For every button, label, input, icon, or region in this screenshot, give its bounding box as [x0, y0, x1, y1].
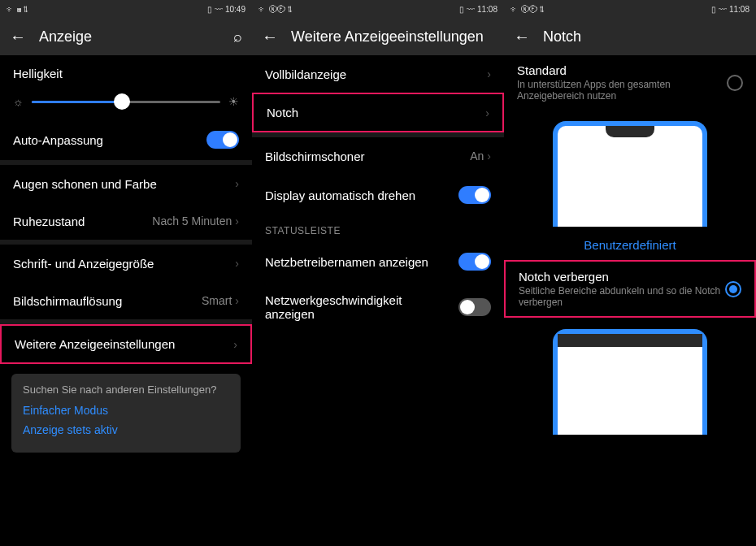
phone-mockup-hidden-notch: [553, 329, 707, 435]
more-display-settings-row[interactable]: Weitere Anzeigeeinstellungen ›: [0, 324, 252, 364]
hide-notch-option-row[interactable]: Notch verbergen Seitliche Bereiche abdun…: [504, 260, 756, 318]
font-size-label: Schrift- und Anzeigegröße: [13, 257, 154, 271]
back-icon[interactable]: ←: [514, 28, 530, 46]
standard-radio[interactable]: [727, 75, 743, 91]
page-title: Weitere Anzeigeeinstellungen: [291, 28, 494, 46]
back-icon[interactable]: ←: [10, 28, 26, 46]
page-title: Notch: [543, 28, 746, 46]
sleep-row[interactable]: Ruhezustand Nach 5 Minuten›: [0, 202, 252, 240]
resolution-value: Smart: [202, 294, 232, 307]
phone-screen-3: ᯤ ⓃⒻ ⇅ ▯ 〰 11:08 ← Notch Standard In unt…: [504, 0, 756, 546]
sleep-value: Nach 5 Minuten: [152, 214, 232, 228]
suggestion-question: Suchen Sie nach anderen Einstellungen?: [23, 384, 229, 396]
sun-high-icon: ☀: [228, 95, 239, 108]
auto-rotate-row: Display automatisch drehen: [252, 175, 504, 215]
chevron-right-icon: ›: [235, 214, 239, 228]
header: ← Notch: [504, 18, 756, 55]
status-bar: ᯤ ⓃⒻ ⇅ ▯ 〰 11:08: [504, 0, 756, 18]
chevron-right-icon: ›: [487, 150, 491, 162]
standard-subtitle: In unterstützen Apps den gesamten Anzeig…: [517, 79, 727, 102]
chevron-right-icon: ›: [235, 257, 239, 270]
status-left-icons: ᯤ ▦ ⇅: [7, 5, 28, 14]
brightness-slider[interactable]: [32, 101, 220, 103]
carrier-name-toggle[interactable]: [458, 253, 491, 271]
resolution-label: Bildschirmauflösung: [13, 294, 122, 308]
status-right: ▯ 〰 10:49: [207, 5, 245, 14]
screensaver-value: An: [470, 150, 484, 162]
eye-comfort-row[interactable]: Augen schonen und Farbe ›: [0, 165, 252, 202]
brightness-label: Helligkeit: [0, 55, 252, 87]
search-icon[interactable]: ⌕: [233, 28, 242, 46]
screensaver-row[interactable]: Bildschirmschoner An›: [252, 137, 504, 175]
slider-thumb[interactable]: [114, 93, 130, 110]
phone-screen-1: ᯤ ▦ ⇅ ▯ 〰 10:49 ← Anzeige ⌕ Helligkeit ☼…: [0, 0, 252, 546]
standard-option-row[interactable]: Standard In unterstützen Apps den gesamt…: [504, 55, 756, 110]
sleep-label: Ruhezustand: [13, 214, 85, 228]
eye-comfort-label: Augen schonen und Farbe: [13, 177, 157, 191]
custom-label: Benutzerdefiniert: [504, 238, 756, 252]
chevron-right-icon: ›: [487, 67, 491, 80]
fullscreen-row[interactable]: Vollbildanzeige ›: [252, 55, 504, 93]
auto-adjust-toggle[interactable]: [206, 131, 239, 149]
font-size-row[interactable]: Schrift- und Anzeigegröße ›: [0, 245, 252, 282]
chevron-right-icon: ›: [235, 177, 239, 190]
chevron-right-icon: ›: [485, 106, 489, 119]
sun-low-icon: ☼: [13, 95, 24, 108]
simple-mode-link[interactable]: Einfacher Modus: [23, 404, 229, 417]
auto-adjust-label: Auto-Anpassung: [13, 133, 103, 147]
status-bar: ᯤ ▦ ⇅ ▯ 〰 10:49: [0, 0, 252, 18]
header: ← Anzeige ⌕: [0, 18, 252, 55]
page-title: Anzeige: [39, 28, 220, 46]
chevron-right-icon: ›: [235, 294, 239, 307]
statusbar-section-header: STATUSLEISTE: [252, 215, 504, 241]
resolution-row[interactable]: Bildschirmauflösung Smart›: [0, 282, 252, 319]
status-left-icons: ᯤ ⓃⒻ ⇅: [259, 5, 292, 14]
phone-mockup-notch: [553, 121, 707, 227]
network-speed-label: Netzwerkgeschwindigkeit anzeigen: [265, 293, 428, 321]
screensaver-label: Bildschirmschoner: [265, 150, 365, 163]
brightness-slider-row: ☼ ☀: [0, 87, 252, 119]
status-bar: ᯤ ⓃⒻ ⇅ ▯ 〰 11:08: [252, 0, 504, 18]
standard-title: Standard: [517, 63, 727, 77]
status-right: ▯ 〰 11:08: [459, 5, 497, 14]
back-icon[interactable]: ←: [262, 28, 278, 46]
hide-notch-subtitle: Seitliche Bereiche abdunkeln und so die …: [519, 285, 725, 308]
suggestion-box: Suchen Sie nach anderen Einstellungen? E…: [11, 374, 241, 453]
network-speed-row: Netzwerkgeschwindigkeit anzeigen: [252, 282, 504, 332]
status-right: ▯ 〰 11:08: [711, 5, 749, 14]
hide-notch-title: Notch verbergen: [519, 270, 725, 284]
more-display-label: Weitere Anzeigeeinstellungen: [15, 337, 175, 351]
network-speed-toggle[interactable]: [458, 298, 491, 316]
auto-adjust-row: Auto-Anpassung: [0, 119, 252, 160]
notch-label: Notch: [267, 106, 298, 119]
carrier-name-label: Netzbetreibernamen anzeigen: [265, 255, 428, 269]
carrier-name-row: Netzbetreibernamen anzeigen: [252, 241, 504, 282]
hide-notch-radio[interactable]: [725, 281, 741, 297]
fullscreen-label: Vollbildanzeige: [265, 67, 346, 81]
chevron-right-icon: ›: [233, 338, 237, 351]
header: ← Weitere Anzeigeeinstellungen: [252, 18, 504, 55]
status-left-icons: ᯤ ⓃⒻ ⇅: [511, 5, 544, 14]
notch-row[interactable]: Notch ›: [252, 93, 504, 132]
always-on-link[interactable]: Anzeige stets aktiv: [23, 423, 229, 436]
phone-screen-2: ᯤ ⓃⒻ ⇅ ▯ 〰 11:08 ← Weitere Anzeigeeinste…: [252, 0, 504, 546]
auto-rotate-label: Display automatisch drehen: [265, 188, 415, 202]
auto-rotate-toggle[interactable]: [458, 186, 491, 204]
